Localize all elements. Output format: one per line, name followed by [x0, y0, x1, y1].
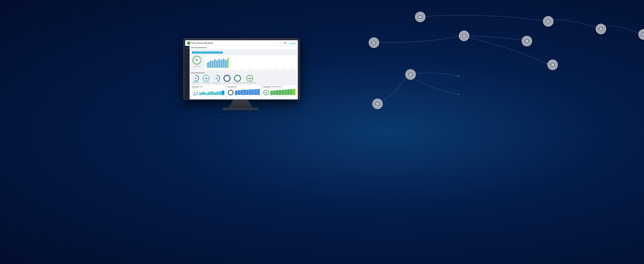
bar-13	[220, 60, 221, 68]
attack-surface-score-label: Attack Surface Score	[212, 82, 221, 83]
network-node-8	[405, 69, 416, 80]
network-node-9	[548, 60, 558, 70]
bar-18	[226, 60, 226, 68]
bar-4	[210, 61, 211, 68]
trend-chart: 100 75 50 25 0	[204, 55, 297, 71]
score-section: A+ Overall Score 100 75 50	[190, 54, 298, 72]
sidebar-settings-icon[interactable]: ⚙	[186, 96, 189, 98]
forensics-card-date: Sep 13, 6:00 pm	[228, 87, 260, 88]
bar-2	[208, 62, 209, 68]
sidebar-security-icon[interactable]: ⊛	[186, 55, 189, 58]
vulnerability-detail-card: Vulnerability Score Sep 13, 6:00 pm 57	[191, 85, 226, 98]
bar-12	[219, 59, 220, 68]
bar-14	[221, 60, 222, 68]
sidebar-users-icon[interactable]: ⊕	[186, 63, 189, 66]
segmentation-mini-bars	[270, 89, 296, 95]
bar-16	[224, 58, 224, 68]
svg-text:100: 100	[236, 78, 239, 80]
vulnerability-score-label: Vulnerability Score	[192, 82, 199, 83]
bar-1	[207, 62, 208, 68]
segmentation-compliance-score-item: 100 Segmentation Compliance Score	[243, 74, 256, 83]
svg-text:43: 43	[216, 77, 218, 80]
bar-8	[214, 59, 215, 68]
sidebar-menu-icon[interactable]: ☰	[186, 47, 189, 50]
segmentation-card-date: Sep 13, 6:00 pm	[263, 87, 296, 88]
bar-19	[227, 59, 228, 68]
network-node-7	[522, 36, 532, 46]
segmentation-compliance-score-label: Segmentation Compliance Score	[243, 82, 256, 83]
bar-11	[218, 59, 219, 68]
monitor-stand	[228, 100, 252, 108]
network-node-6	[459, 30, 469, 41]
score-tab[interactable]: SCORE : SECURITY SCORE | September 13, 2…	[192, 52, 223, 54]
vulnerability-x-labels: 12AM 06AM 12PM 06PM	[199, 95, 224, 96]
network-node-2	[543, 16, 554, 26]
process-hash-score-item: 100 Process Hash Score	[201, 74, 211, 83]
user-icon[interactable]: ▾	[282, 42, 282, 44]
bar-9	[216, 60, 216, 68]
scores-row: 57 Vulnerability Score 100	[191, 74, 297, 83]
chart-x-labels: Jun 08 Jul 13 Jul 19 Apr 26 Aug 02 Aug 0…	[205, 68, 296, 70]
forensics-score-item: 100 Forensics Score	[222, 74, 232, 83]
sidebar: ☰ ▤ ⊛ ⊞ ⊕ ⚙	[185, 46, 190, 100]
svg-text:100: 100	[265, 92, 268, 94]
svg-text:100: 100	[229, 92, 232, 94]
app-logo: Cisco Secure Workload	[187, 42, 213, 45]
forensics-mini-bars	[235, 89, 260, 95]
network-node-4	[638, 29, 644, 40]
bar-20	[228, 57, 228, 68]
cisco-secure-label: SECURE	[289, 43, 296, 44]
segmentation-hourly-label: Hourly scores · September 13, 2022	[263, 96, 296, 98]
vulnerability-score-item: 57 Vulnerability Score	[191, 74, 200, 83]
sidebar-dashboard-icon[interactable]: ▤	[186, 51, 189, 54]
user-avatar[interactable]: 👤 ▾	[284, 42, 287, 44]
content-area: Security Dashboard SCORE : SECURITY SCOR…	[190, 46, 298, 100]
network-anomaly-score-label: Network Anomaly Score	[233, 82, 242, 83]
bar-15	[222, 59, 223, 68]
network-node-10	[372, 98, 383, 109]
breakdown-title: SCORE BREAKDOWN	[191, 72, 297, 74]
bar-5	[211, 60, 212, 68]
svg-text:100: 100	[205, 78, 208, 80]
segmentation-card-body: 100	[263, 89, 296, 96]
bar-10	[217, 60, 218, 68]
network-node-5	[369, 38, 379, 48]
overall-score-donut: A+	[192, 55, 202, 65]
app-header: Cisco Secure Workload ? ▾ 👤 ▾ cisco SECU…	[185, 40, 298, 46]
chart-y-labels: 100 75 50 25 0	[205, 56, 206, 68]
help-icon[interactable]: ?	[279, 42, 280, 44]
vulnerability-card-date: Sep 13, 6:00 pm	[192, 87, 224, 88]
segmentation-detail-card: Segmentation Compliance Score Sep 13, 6:…	[262, 85, 297, 98]
monitor: Cisco Secure Workload ? ▾ 👤 ▾ cisco SECU…	[183, 38, 298, 110]
bar-17	[224, 59, 226, 68]
segmentation-x-labels: 1AM 09AM 1:07PM 08PM	[270, 95, 296, 96]
vulnerability-card-body: 57	[192, 89, 224, 96]
app-title: Cisco Secure Workload	[192, 42, 213, 44]
section-header: Security Dashboard	[190, 46, 298, 50]
network-background	[0, 0, 644, 264]
forensics-hourly-label: Hourly scores · September 13, 2022	[228, 96, 260, 98]
svg-text:57: 57	[194, 92, 196, 94]
bar-3	[209, 61, 210, 68]
monitor-screen: Cisco Secure Workload ? ▾ 👤 ▾ cisco SECU…	[185, 40, 298, 100]
overall-score-label: Overall Score	[194, 66, 200, 67]
forensics-card-body: 100	[228, 89, 260, 96]
svg-text:57: 57	[194, 77, 197, 80]
sidebar-workloads-icon[interactable]: ⊞	[186, 59, 189, 62]
header-right: ? ▾ 👤 ▾ cisco SECURE	[279, 42, 296, 44]
network-node-1	[415, 12, 426, 22]
breakdown-section: SCORE BREAKDOWN 57 Vulnerability Score	[190, 72, 298, 84]
svg-text:100: 100	[226, 78, 228, 80]
forensics-x-labels: 12AM 06AM 12PM 06PM	[235, 95, 260, 96]
detail-cards-row: Vulnerability Score Sep 13, 6:00 pm 57	[190, 84, 298, 100]
network-node-3	[596, 24, 606, 34]
svg-text:A+: A+	[196, 59, 198, 61]
vulnerability-mini-bars	[199, 89, 224, 95]
forensics-detail-card: Forensics Score Sep 13, 6:00 pm 100	[226, 85, 261, 98]
vulnerability-hourly-label: Hourly scores · September 13, 2022	[192, 96, 224, 98]
dashboard-title: Security Dashboard	[191, 47, 206, 48]
attack-surface-score-item: 43 Attack Surface Score	[212, 74, 222, 83]
svg-text:100: 100	[248, 78, 251, 80]
process-hash-score-label: Process Hash Score	[202, 82, 210, 83]
logo-icon	[187, 42, 190, 45]
